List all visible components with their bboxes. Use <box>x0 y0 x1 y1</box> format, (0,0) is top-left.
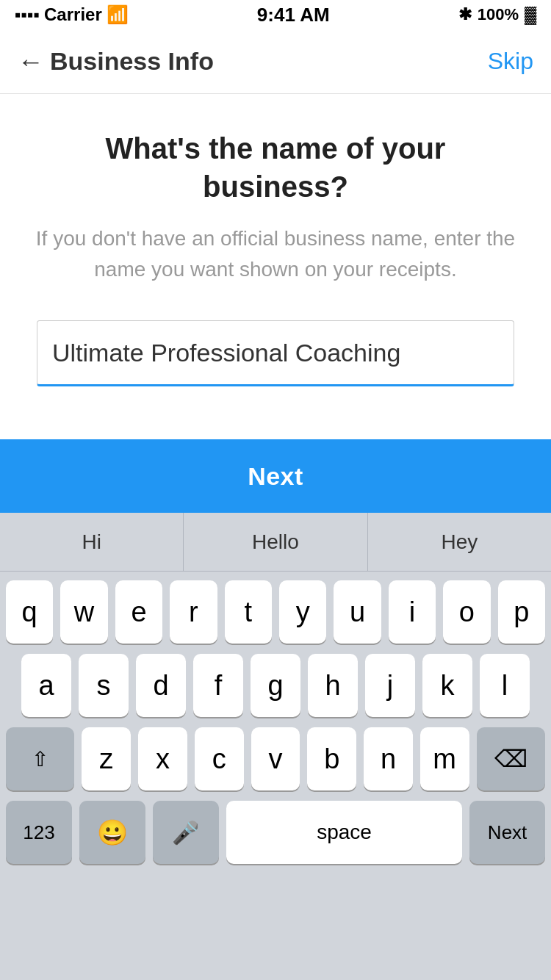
back-arrow-icon: ← <box>18 48 44 75</box>
key-l[interactable]: l <box>480 654 530 717</box>
key-f[interactable]: f <box>193 654 243 717</box>
key-m[interactable]: m <box>420 727 469 790</box>
emoji-key[interactable]: 😀 <box>79 801 145 864</box>
key-r[interactable]: r <box>170 580 217 644</box>
key-v[interactable]: v <box>251 727 300 790</box>
status-right: ✱ 100% ▓ <box>458 5 536 24</box>
keyboard: Hi Hello Hey q w e r t y u i o p a s d f <box>0 513 551 980</box>
bluetooth-icon: ✱ <box>458 5 472 24</box>
business-name-field-container <box>37 320 514 386</box>
nav-bar: ← Business Info Skip <box>0 29 551 94</box>
key-k[interactable]: k <box>422 654 472 717</box>
back-button[interactable]: ← Business Info <box>18 47 214 76</box>
key-row-3: ⇧ z x c v b n m ⌫ <box>6 727 545 790</box>
question-subtitle: If you don't have an official business n… <box>29 223 522 285</box>
key-a[interactable]: a <box>21 654 71 717</box>
backspace-key[interactable]: ⌫ <box>477 727 545 790</box>
nav-title: Business Info <box>50 47 214 76</box>
battery-label: 100% <box>478 5 519 24</box>
battery-icon: ▓ <box>525 5 536 24</box>
key-d[interactable]: d <box>136 654 186 717</box>
autocomplete-hello[interactable]: Hello <box>184 513 367 571</box>
key-g[interactable]: g <box>251 654 300 717</box>
autocomplete-hey[interactable]: Hey <box>368 513 551 571</box>
carrier-label: Carrier <box>44 4 102 25</box>
next-button[interactable]: Next <box>0 439 551 513</box>
signal-icon: ▪▪▪▪ <box>15 4 40 25</box>
key-j[interactable]: j <box>365 654 415 717</box>
space-key[interactable]: space <box>226 801 462 864</box>
skip-button[interactable]: Skip <box>488 48 533 75</box>
key-i[interactable]: i <box>389 580 436 644</box>
autocomplete-bar: Hi Hello Hey <box>0 513 551 572</box>
key-z[interactable]: z <box>82 727 131 790</box>
status-bar: ▪▪▪▪ Carrier 📶 9:41 AM ✱ 100% ▓ <box>0 0 551 29</box>
question-title: What's the name of your business? <box>29 129 522 206</box>
key-x[interactable]: x <box>138 727 187 790</box>
key-q[interactable]: q <box>6 580 53 644</box>
key-o[interactable]: o <box>443 580 490 644</box>
main-content: What's the name of your business? If you… <box>0 94 551 386</box>
time-label: 9:41 AM <box>257 4 330 26</box>
key-h[interactable]: h <box>308 654 358 717</box>
autocomplete-hi[interactable]: Hi <box>0 513 184 571</box>
key-n[interactable]: n <box>364 727 413 790</box>
key-row-2: a s d f g h j k l <box>6 654 545 717</box>
next-button-label: Next <box>248 462 303 491</box>
key-e[interactable]: e <box>115 580 162 644</box>
wifi-icon: 📶 <box>107 4 129 25</box>
key-u[interactable]: u <box>334 580 381 644</box>
shift-key[interactable]: ⇧ <box>6 727 74 790</box>
next-keyboard-key[interactable]: Next <box>469 801 545 864</box>
key-b[interactable]: b <box>307 727 356 790</box>
business-name-input[interactable] <box>52 339 499 367</box>
status-left: ▪▪▪▪ Carrier 📶 <box>15 4 129 25</box>
key-c[interactable]: c <box>195 727 244 790</box>
key-t[interactable]: t <box>225 580 272 644</box>
key-y[interactable]: y <box>279 580 326 644</box>
key-row-1: q w e r t y u i o p <box>6 580 545 644</box>
numbers-key[interactable]: 123 <box>6 801 72 864</box>
key-w[interactable]: w <box>60 580 107 644</box>
keyboard-rows: q w e r t y u i o p a s d f g h j k l ⇧ … <box>0 572 551 864</box>
mic-key[interactable]: 🎤 <box>153 801 219 864</box>
key-p[interactable]: p <box>498 580 545 644</box>
key-row-4: 123 😀 🎤 space Next <box>6 801 545 864</box>
key-s[interactable]: s <box>79 654 129 717</box>
